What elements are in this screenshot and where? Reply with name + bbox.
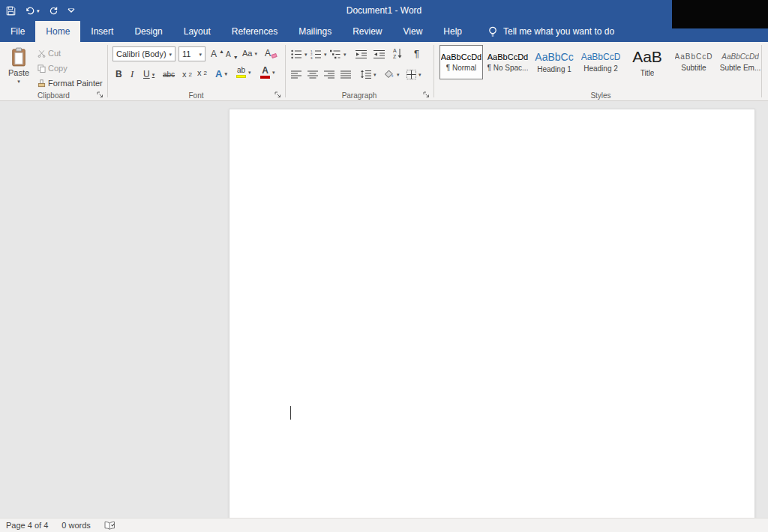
font-color-button[interactable]: A ▾	[260, 66, 275, 79]
bullets-icon	[291, 49, 302, 59]
grow-font-button[interactable]: A▲	[211, 49, 224, 59]
style-gallery-item[interactable]: AaBbCcD Subtitle	[672, 45, 716, 79]
ribbon-tab[interactable]: Insert	[80, 21, 124, 42]
group-styles: AaBbCcDd ¶ Normal AaBbCcDd ¶ No Spac... …	[434, 42, 768, 100]
decrease-indent-button[interactable]	[356, 49, 367, 59]
font-name-combo[interactable]: Calibri (Body) ▾	[112, 46, 176, 61]
shrink-font-button[interactable]: A▼	[226, 50, 238, 58]
line-spacing-icon	[360, 70, 371, 79]
ribbon-tab[interactable]: Design	[124, 21, 172, 42]
scissors-icon	[38, 49, 46, 58]
undo-button[interactable]: ▾	[25, 6, 40, 15]
style-gallery-item[interactable]: AaBbCcDd ¶ Normal	[440, 45, 483, 79]
group-clipboard: Paste ▾ Cut Copy Format Painter	[0, 42, 107, 100]
underline-button[interactable]: U▾	[143, 69, 154, 79]
align-center-button[interactable]	[308, 70, 318, 79]
text-cursor	[290, 406, 291, 420]
italic-button[interactable]: I	[130, 68, 134, 80]
ribbon-tab[interactable]: Mailings	[288, 21, 342, 42]
ribbon-tabs: File Home Insert Design Layout Reference…	[0, 21, 472, 42]
cut-button[interactable]: Cut	[38, 49, 61, 58]
style-gallery-item[interactable]: AaBbCcDd ¶ No Spac...	[486, 45, 530, 79]
page-indicator[interactable]: Page 4 of 4	[6, 521, 48, 530]
window-controls-area	[672, 0, 768, 28]
bullets-button[interactable]: ▾	[291, 49, 308, 59]
document-page[interactable]	[229, 109, 755, 518]
show-formatting-marks-button[interactable]: ¶	[414, 48, 419, 59]
highlight-glyph: ab	[237, 67, 245, 74]
change-case-dropdown-icon: ▾	[254, 51, 257, 56]
align-right-button[interactable]	[324, 70, 334, 79]
style-gallery-item[interactable]: AaB Title	[626, 45, 669, 79]
save-icon[interactable]	[6, 6, 16, 16]
ribbon: Paste ▾ Cut Copy Format Painter	[0, 42, 768, 101]
font-color-dropdown-icon[interactable]: ▾	[272, 70, 275, 75]
customize-qat-chevron-icon[interactable]	[68, 8, 75, 13]
shading-button[interactable]: ▾	[384, 70, 400, 79]
ribbon-tab[interactable]: References	[221, 21, 288, 42]
font-name-dropdown-icon[interactable]: ▾	[166, 52, 172, 57]
pilcrow-glyph: ¶	[414, 48, 419, 59]
justify-icon	[340, 70, 351, 79]
line-spacing-button[interactable]: ▾	[360, 70, 376, 79]
text-effects-dropdown-icon[interactable]: ▾	[224, 71, 227, 76]
font-color-bar	[260, 76, 270, 79]
font-group-label: Font	[107, 91, 285, 100]
align-left-icon	[291, 70, 302, 79]
copy-label: Copy	[48, 64, 68, 73]
paste-dropdown-icon[interactable]: ▾	[17, 79, 20, 84]
style-gallery-item[interactable]: AaBbCc Heading 1	[532, 45, 576, 79]
align-center-icon	[308, 70, 318, 79]
cut-label: Cut	[48, 49, 61, 58]
ribbon-tab[interactable]: Review	[342, 21, 392, 42]
ribbon-tab-bar: File Home Insert Design Layout Reference…	[0, 21, 768, 42]
titlebar: ▾ Document1 - Word	[0, 0, 768, 21]
undo-dropdown-icon[interactable]: ▾	[37, 8, 40, 13]
increase-indent-button[interactable]	[374, 49, 385, 59]
tell-me-box[interactable]: Tell me what you want to do	[488, 21, 614, 42]
ribbon-tab[interactable]: Help	[433, 21, 472, 42]
redo-button[interactable]	[49, 6, 58, 16]
grow-font-glyph: A	[211, 49, 217, 59]
highlight-dropdown-icon[interactable]: ▾	[248, 70, 251, 75]
change-case-glyph: Aa	[242, 49, 252, 58]
strikethrough-button[interactable]: abc	[163, 70, 175, 79]
format-painter-button[interactable]: Format Painter	[38, 79, 103, 88]
word-count[interactable]: 0 words	[62, 521, 91, 530]
change-case-button[interactable]: Aa▾	[242, 49, 257, 58]
clipboard-group-label: Clipboard	[0, 91, 107, 100]
highlight-color-bar	[236, 75, 246, 78]
clear-formatting-button[interactable]: A	[265, 48, 277, 58]
justify-button[interactable]	[340, 70, 351, 79]
style-gallery-item[interactable]: AaBbCcDd Subtle Em...	[718, 45, 762, 79]
font-color-glyph: A	[262, 66, 268, 75]
text-effects-button[interactable]: A▾	[215, 68, 227, 79]
numbering-button[interactable]: 1.2.3. ▾	[310, 49, 327, 59]
ribbon-tab[interactable]: File	[0, 21, 35, 42]
grow-caret-icon: ▲	[219, 49, 224, 54]
font-size-combo[interactable]: 11 ▾	[178, 46, 206, 61]
underline-dropdown-icon[interactable]: ▾	[152, 72, 155, 77]
subscript-button[interactable]: x2	[182, 70, 192, 79]
multilevel-list-button[interactable]: ▾	[330, 49, 346, 59]
copy-button[interactable]: Copy	[38, 64, 68, 73]
document-title: Document1 - Word	[0, 0, 768, 21]
font-size-dropdown-icon[interactable]: ▾	[196, 52, 202, 57]
ribbon-tab[interactable]: Layout	[173, 21, 221, 42]
align-left-button[interactable]	[291, 70, 302, 79]
ribbon-tab[interactable]: Home	[35, 21, 80, 42]
style-gallery-item[interactable]: AaBbCcD Heading 2	[579, 45, 622, 79]
shrink-font-glyph: A	[226, 50, 231, 58]
align-right-icon	[324, 70, 334, 79]
proofing-status-icon[interactable]	[104, 521, 116, 530]
word-window: ▾ Document1 - Word File Home Insert Desi…	[0, 0, 768, 532]
tell-me-label: Tell me what you want to do	[503, 26, 614, 37]
quick-access-toolbar: ▾	[6, 0, 75, 21]
highlight-color-button[interactable]: ab ▾	[236, 67, 251, 78]
paste-button[interactable]: Paste ▾	[4, 44, 33, 97]
sort-button[interactable]: A Z	[393, 48, 402, 59]
bold-button[interactable]: B	[116, 69, 122, 79]
ribbon-tab[interactable]: View	[393, 21, 434, 42]
superscript-button[interactable]: x2	[197, 68, 207, 77]
borders-button[interactable]: ▾	[406, 70, 422, 79]
